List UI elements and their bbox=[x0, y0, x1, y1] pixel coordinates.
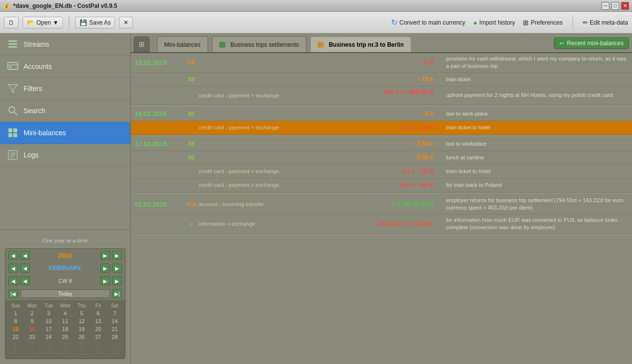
sidebar-item-filters[interactable]: Filters bbox=[0, 78, 130, 100]
cal-day-17-2[interactable]: 17 bbox=[40, 325, 57, 333]
cal-day-20-2[interactable]: 20 bbox=[90, 325, 107, 333]
cal-cw-next2-btn[interactable]: ▶ bbox=[112, 276, 122, 285]
cal-day-12-5[interactable]: 12 bbox=[73, 349, 90, 357]
table-row[interactable]: 01.03.2015»CAaccount - incoming transfer… bbox=[131, 195, 632, 214]
cal-day-3-0[interactable]: 3 bbox=[40, 309, 57, 317]
table-row[interactable]: credit card - payment + exchange164 e = … bbox=[131, 87, 632, 105]
table-row[interactable]: 16.02.2015$$- 8 etaxi to work place bbox=[131, 107, 632, 121]
cal-day-18-2[interactable]: 18 bbox=[57, 325, 74, 333]
cal-cw-prev-btn[interactable]: ◀ bbox=[8, 276, 18, 285]
table-row[interactable]: 17.02.2015$$- 7.60 etaxi to workplace bbox=[131, 137, 632, 151]
cal-day-2-4[interactable]: 2 bbox=[24, 341, 41, 349]
cal-month-prev-btn[interactable]: ◀ bbox=[8, 264, 18, 273]
cal-day-6-4[interactable]: 6 bbox=[90, 341, 107, 349]
cal-day-5-4[interactable]: 5 bbox=[73, 341, 90, 349]
cal-day-26-3[interactable]: 26 bbox=[73, 333, 90, 341]
cal-day-15-2[interactable]: 15 bbox=[7, 325, 24, 333]
cal-day-13-1[interactable]: 13 bbox=[90, 317, 107, 325]
cal-day-5-0[interactable]: 5 bbox=[73, 309, 90, 317]
open-button[interactable]: 📂 Open ▼ bbox=[23, 17, 63, 29]
minimize-button[interactable]: ─ bbox=[602, 2, 609, 10]
cal-day-10-5[interactable]: 10 bbox=[40, 349, 57, 357]
cal-month-next-btn[interactable]: ▶ bbox=[100, 264, 110, 273]
cal-day-4-0[interactable]: 4 bbox=[57, 309, 74, 317]
new-icon: 🗋 bbox=[8, 19, 14, 26]
cal-day-28-3[interactable]: 28 bbox=[106, 333, 123, 341]
content-area[interactable]: 15.02.2015CA- 5 zlprovision for cash wit… bbox=[131, 53, 632, 364]
recent-mini-balances-button[interactable]: ↩ Recent mini-balances bbox=[554, 37, 629, 49]
new-button[interactable]: 🗋 bbox=[4, 17, 19, 29]
table-row[interactable]: »information + exchange- 143.22 zl » + 3… bbox=[131, 214, 632, 234]
cal-day-11-1[interactable]: 11 bbox=[57, 317, 74, 325]
tab-berlin[interactable]: Business trip nr.3 to Berlin bbox=[310, 36, 411, 52]
edit-meta-button[interactable]: ✏ Edit meta-data bbox=[583, 19, 628, 26]
cal-day-1-4[interactable]: 1 bbox=[7, 341, 24, 349]
cal-day-3-4[interactable]: 3 bbox=[40, 341, 57, 349]
cal-year-prev2-btn[interactable]: ◀ bbox=[20, 251, 30, 260]
cal-jump-end-btn[interactable]: ▶| bbox=[112, 289, 122, 298]
cal-day-8-5[interactable]: 8 bbox=[7, 349, 24, 357]
sidebar-item-logs[interactable]: Logs bbox=[0, 144, 130, 166]
table-row[interactable]: $$- 3.50 elunch at cantine bbox=[131, 151, 632, 165]
convert-button[interactable]: ↻ Convert to main currency bbox=[391, 18, 465, 27]
preferences-button[interactable]: ⊞ Preferences bbox=[523, 19, 563, 27]
cal-day-8-1[interactable]: 8 bbox=[7, 317, 24, 325]
cal-day-23-3[interactable]: 23 bbox=[24, 333, 41, 341]
cal-month-prev2-btn[interactable]: ◀ bbox=[20, 264, 30, 273]
cal-cw-next-btn[interactable]: ▶ bbox=[100, 276, 110, 285]
cal-day-24-3[interactable]: 24 bbox=[40, 333, 57, 341]
cal-day-9-5[interactable]: 9 bbox=[24, 349, 41, 357]
cal-day-14-5[interactable]: 14 bbox=[106, 349, 123, 357]
cal-day-13-5[interactable]: 13 bbox=[90, 349, 107, 357]
save-as-button[interactable]: 💾 Save As bbox=[75, 17, 115, 29]
cal-day-7-4[interactable]: 7 bbox=[106, 341, 123, 349]
cal-day-16-2[interactable]: 16 bbox=[24, 325, 41, 333]
cal-day-21-2[interactable]: 21 bbox=[106, 325, 123, 333]
cal-day-11-5[interactable]: 11 bbox=[57, 349, 74, 357]
cal-year-next-btn[interactable]: ▶ bbox=[100, 251, 110, 260]
cal-day-27-3[interactable]: 27 bbox=[90, 333, 107, 341]
cal-jump-start-btn[interactable]: |◀ bbox=[8, 289, 18, 298]
sidebar-item-streams[interactable]: Streams bbox=[0, 33, 130, 56]
cal-today-button[interactable]: Today bbox=[20, 289, 110, 298]
tab-mini-balances[interactable]: Mini-balances bbox=[157, 36, 208, 52]
cal-year-next2-btn[interactable]: ▶ bbox=[112, 251, 122, 260]
app-title: *dave_google_EN.db - CostPal v0.9.5 bbox=[13, 2, 117, 9]
grid-icon-btn[interactable]: ⊞ bbox=[134, 36, 150, 52]
cal-day-9-1[interactable]: 9 bbox=[24, 317, 41, 325]
svg-line-8 bbox=[14, 112, 17, 115]
cal-cw-prev2-btn[interactable]: ◀ bbox=[20, 276, 30, 285]
cal-day-2-0[interactable]: 2 bbox=[24, 309, 41, 317]
cal-day-22-3[interactable]: 22 bbox=[7, 333, 24, 341]
titlebar-controls: ─ □ ✕ bbox=[602, 2, 629, 10]
cal-day-25-3[interactable]: 25 bbox=[57, 333, 74, 341]
tx-category: $$ bbox=[184, 76, 199, 83]
import-history-button[interactable]: ● Import history bbox=[473, 19, 515, 27]
cal-day-7-0[interactable]: 7 bbox=[106, 309, 123, 317]
sidebar-item-mini-balances[interactable]: Mini-balances bbox=[0, 122, 130, 144]
sidebar-item-search[interactable]: Search bbox=[0, 100, 130, 122]
cal-month-label: FEBRUARY bbox=[32, 265, 98, 272]
cal-day-1-0[interactable]: 1 bbox=[7, 309, 24, 317]
tabs-bar: ⊞ › Mini-balances › Business trips settl… bbox=[131, 33, 632, 53]
cal-day-6-0[interactable]: 6 bbox=[90, 309, 107, 317]
toolbar-right: ↻ Convert to main currency ● Import hist… bbox=[391, 15, 628, 30]
cal-month-next2-btn[interactable]: ▶ bbox=[112, 264, 122, 273]
cal-day-12-1[interactable]: 12 bbox=[73, 317, 90, 325]
cal-day-10-1[interactable]: 10 bbox=[40, 317, 57, 325]
cal-day-14-1[interactable]: 14 bbox=[106, 317, 123, 325]
sidebar-item-accounts[interactable]: Accounts bbox=[0, 56, 130, 78]
close-db-button[interactable]: ✕ bbox=[119, 17, 133, 29]
table-row[interactable]: credit card - payment + exchange4 e = - … bbox=[131, 121, 632, 135]
tab-business-trips[interactable]: Business trips settlements bbox=[212, 36, 306, 52]
table-row[interactable]: 15.02.2015CA- 5 zlprovision for cash wit… bbox=[131, 53, 632, 73]
cal-week-1: 891011121314 bbox=[7, 317, 123, 325]
cal-day-19-2[interactable]: 19 bbox=[73, 325, 90, 333]
maximize-button[interactable]: □ bbox=[611, 2, 619, 10]
table-row[interactable]: $$- 15 etrain ticket bbox=[131, 73, 632, 87]
cal-day-4-4[interactable]: 4 bbox=[57, 341, 74, 349]
table-row[interactable]: credit card - payment + exchange15 e = -… bbox=[131, 179, 632, 192]
cal-year-prev-btn[interactable]: ◀ bbox=[8, 251, 18, 260]
table-row[interactable]: credit card - payment + exchange4 e = - … bbox=[131, 165, 632, 179]
close-button[interactable]: ✕ bbox=[621, 2, 629, 10]
